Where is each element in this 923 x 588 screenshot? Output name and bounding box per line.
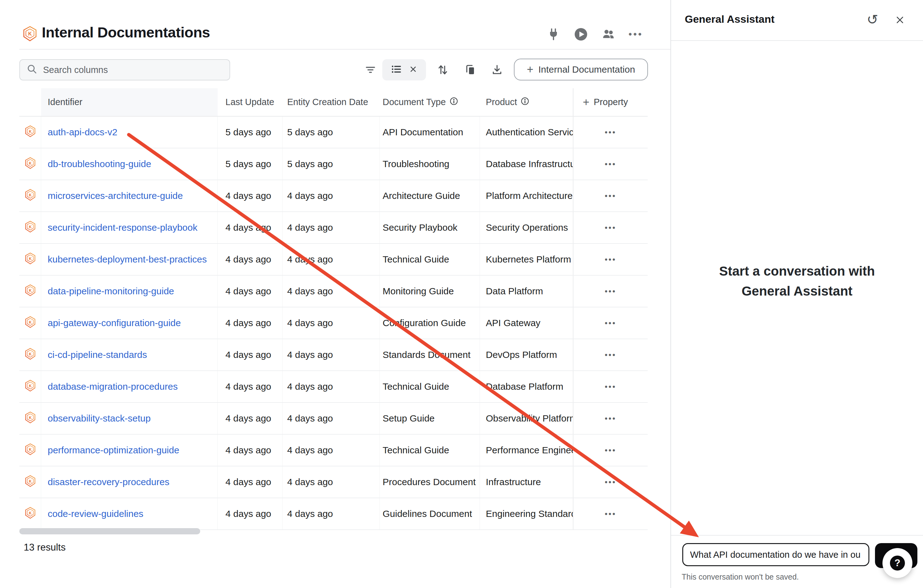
row-entity-creation-cell: 4 days ago [282, 403, 380, 434]
plug-icon[interactable] [547, 28, 560, 41]
add-internal-documentation-button[interactable]: + Internal Documentation [514, 59, 648, 80]
row-entity-icon-cell: K [19, 180, 41, 211]
row-entity-icon-cell: K [19, 212, 41, 243]
row-identifier-link[interactable]: microservices-architecture-guide [48, 191, 183, 201]
header-entity-creation-date: Entity Creation Date [282, 88, 380, 116]
table-row: K db-troubleshooting-guide 5 days ago 5 … [19, 148, 648, 180]
copy-icon[interactable] [463, 62, 478, 77]
row-actions-button[interactable]: ••• [604, 159, 616, 168]
row-actions-button[interactable]: ••• [604, 191, 616, 200]
svg-text:K: K [29, 193, 31, 197]
row-document-type-cell: API Documentation [380, 117, 480, 148]
row-identifier-link[interactable]: data-pipeline-monitoring-guide [48, 286, 174, 297]
table-row: K performance-optimization-guide 4 days … [19, 435, 648, 466]
close-panel-icon[interactable] [893, 13, 907, 27]
row-identifier-link[interactable]: database-migration-procedures [48, 381, 178, 392]
row-entity-creation-cell: 5 days ago [282, 117, 380, 148]
row-entity-creation-cell: 4 days ago [282, 498, 380, 529]
assistant-chat-input[interactable] [690, 549, 862, 560]
row-identifier-link[interactable]: kubernetes-deployment-best-practices [48, 254, 207, 265]
list-view-icon[interactable] [391, 63, 402, 76]
row-document-type-cell: Technical Guide [380, 371, 480, 402]
row-document-type-cell: Standards Document [380, 339, 480, 370]
row-identifier-link[interactable]: ci-cd-pipeline-standards [48, 350, 147, 360]
assistant-chat-input-box [682, 543, 869, 566]
row-actions-button[interactable]: ••• [604, 509, 616, 518]
add-property-button[interactable]: + Property [573, 88, 648, 116]
row-actions-button[interactable]: ••• [604, 382, 616, 391]
info-icon[interactable] [521, 97, 529, 108]
row-identifier-link[interactable]: performance-optimization-guide [48, 445, 179, 455]
table-row: K code-review-guidelines 4 days ago 4 da… [19, 498, 648, 530]
info-icon[interactable] [450, 97, 458, 108]
header-identifier: Identifier [41, 88, 218, 116]
row-identifier-link[interactable]: security-incident-response-playbook [48, 222, 197, 233]
more-icon[interactable]: ••• [629, 28, 643, 41]
row-last-update-cell: 5 days ago [218, 148, 282, 179]
panel-header-divider [671, 40, 923, 41]
help-button[interactable]: ? [882, 548, 912, 578]
row-product-cell: Database Infrastructure [480, 148, 573, 179]
row-actions-button[interactable]: ••• [604, 478, 616, 486]
plus-icon: + [527, 64, 533, 75]
row-identifier-cell: auth-api-docs-v2 [41, 117, 218, 148]
app-canvas: K Internal Documentations [0, 0, 923, 588]
row-actions-cell: ••• [573, 371, 648, 402]
row-identifier-cell: data-pipeline-monitoring-guide [41, 276, 218, 307]
row-actions-button[interactable]: ••• [604, 414, 616, 423]
row-actions-cell: ••• [573, 244, 648, 275]
row-actions-button[interactable]: ••• [604, 350, 616, 359]
row-identifier-cell: observability-stack-setup [41, 403, 218, 434]
sort-icon[interactable] [435, 62, 450, 77]
search-input[interactable] [43, 64, 230, 76]
row-product-cell: Authentication Service [480, 117, 573, 148]
entity-hexagon-icon: K [24, 443, 36, 458]
svg-text:K: K [29, 320, 31, 324]
svg-text:K: K [28, 31, 32, 36]
table-row: K kubernetes-deployment-best-practices 4… [19, 244, 648, 276]
table-row: K disaster-recovery-procedures 4 days ag… [19, 466, 648, 498]
entity-hexagon-icon: K [24, 252, 36, 267]
panel-footer-divider [671, 535, 923, 535]
row-actions-button[interactable]: ••• [604, 223, 616, 232]
download-icon[interactable] [489, 62, 504, 77]
svg-text:K: K [29, 415, 31, 420]
header-document-type: Document Type [380, 88, 480, 116]
svg-text:K: K [29, 161, 31, 165]
row-actions-button[interactable]: ••• [604, 287, 616, 296]
row-identifier-cell: disaster-recovery-procedures [41, 466, 218, 498]
row-entity-icon-cell: K [19, 435, 41, 466]
entity-hexagon-icon: K [24, 284, 36, 299]
row-identifier-cell: db-troubleshooting-guide [41, 148, 218, 179]
row-actions-button[interactable]: ••• [604, 446, 616, 455]
row-last-update-cell: 4 days ago [218, 244, 282, 275]
row-actions-button[interactable]: ••• [604, 255, 616, 264]
row-document-type-cell: Guidelines Document [380, 498, 480, 529]
row-document-type-cell: Architecture Guide [380, 180, 480, 211]
svg-text:K: K [29, 288, 31, 292]
row-identifier-link[interactable]: disaster-recovery-procedures [48, 477, 169, 487]
row-entity-icon-cell: K [19, 117, 41, 148]
row-identifier-cell: microservices-architecture-guide [41, 180, 218, 211]
clear-view-icon[interactable] [409, 64, 418, 75]
row-identifier-link[interactable]: db-troubleshooting-guide [48, 159, 151, 169]
table-row: K security-incident-response-playbook 4 … [19, 212, 648, 244]
table-row: K data-pipeline-monitoring-guide 4 days … [19, 276, 648, 307]
reset-conversation-icon[interactable]: ↺ [864, 11, 880, 28]
row-actions-button[interactable]: ••• [604, 128, 616, 136]
row-actions-button[interactable]: ••• [604, 319, 616, 327]
row-last-update-cell: 5 days ago [218, 117, 282, 148]
row-identifier-link[interactable]: code-review-guidelines [48, 509, 143, 519]
row-actions-cell: ••• [573, 403, 648, 434]
filter-icon[interactable] [363, 62, 378, 77]
horizontal-scrollbar-thumb[interactable] [19, 528, 200, 534]
row-entity-creation-cell: 4 days ago [282, 276, 380, 307]
row-identifier-cell: code-review-guidelines [41, 498, 218, 529]
users-icon[interactable] [601, 28, 615, 41]
row-identifier-link[interactable]: api-gateway-configuration-guide [48, 318, 181, 328]
run-icon[interactable] [574, 28, 588, 41]
row-product-cell: Performance Engineering [480, 435, 573, 466]
entity-hexagon-icon: K [24, 411, 36, 426]
row-identifier-link[interactable]: observability-stack-setup [48, 413, 151, 424]
row-identifier-link[interactable]: auth-api-docs-v2 [48, 127, 117, 138]
